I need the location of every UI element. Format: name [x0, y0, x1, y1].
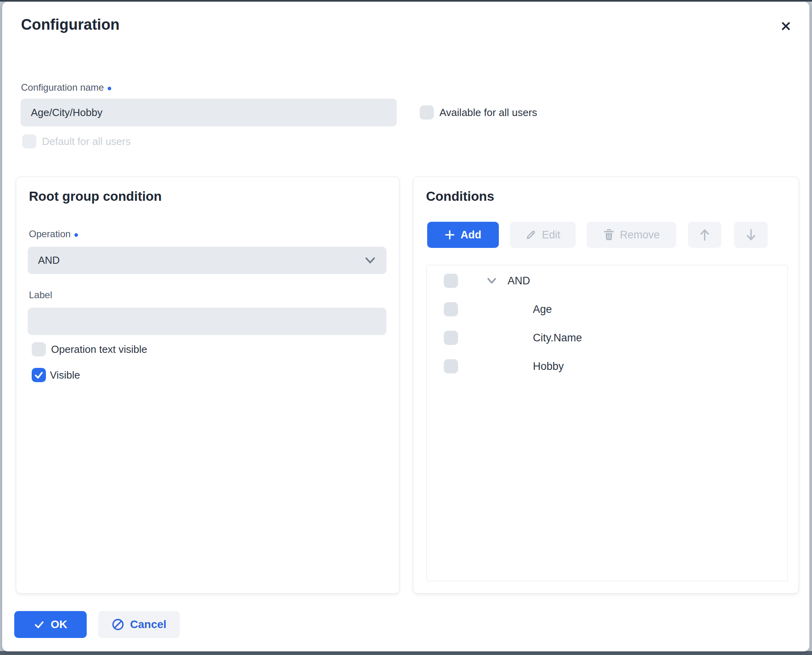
- tree-root-label[interactable]: AND: [508, 274, 530, 288]
- move-down-button[interactable]: [734, 222, 768, 248]
- operation-label-text: Operation: [29, 228, 70, 240]
- add-button-label: Add: [460, 229, 481, 241]
- edit-button-label: Edit: [542, 229, 561, 241]
- tree-item-label[interactable]: Hobby: [533, 359, 564, 373]
- available-for-all-users-label: Available for all users: [439, 105, 537, 120]
- conditions-tree: AND Age City.Name Hobby: [426, 265, 788, 581]
- edit-button[interactable]: Edit: [510, 222, 576, 248]
- default-for-all-users-label: Default for all users: [42, 134, 131, 149]
- remove-button[interactable]: Remove: [587, 222, 676, 248]
- operation-select-value: AND: [28, 254, 60, 267]
- configuration-name-label: Configuration name: [21, 82, 111, 93]
- visible-label: Visible: [50, 368, 80, 382]
- ok-button-label: OK: [51, 618, 67, 631]
- slash-circle-icon: [112, 618, 124, 631]
- arrow-down-icon: [745, 228, 757, 242]
- tree-item-checkbox[interactable]: [444, 331, 458, 345]
- tree-item-label[interactable]: City.Name: [533, 331, 582, 345]
- chevron-down-icon[interactable]: [485, 276, 499, 286]
- operation-label: Operation: [29, 228, 78, 240]
- ok-button[interactable]: OK: [14, 611, 87, 638]
- check-icon: [34, 619, 45, 630]
- configuration-name-input[interactable]: [21, 99, 397, 126]
- required-dot: [108, 87, 111, 90]
- configuration-dialog: Configuration Configuration name Availab…: [2, 2, 810, 651]
- backdrop-bottom-edge: [0, 651, 812, 655]
- close-icon: [780, 21, 791, 32]
- operation-text-visible-checkbox[interactable]: [32, 342, 46, 356]
- label-field-label: Label: [29, 289, 52, 301]
- trash-icon: [603, 229, 614, 241]
- arrow-up-icon: [699, 228, 711, 242]
- tree-item-label[interactable]: Age: [533, 302, 552, 316]
- default-for-all-users-checkbox: [22, 134, 36, 149]
- move-up-button[interactable]: [688, 222, 721, 248]
- remove-button-label: Remove: [620, 229, 660, 241]
- add-button[interactable]: Add: [427, 222, 499, 248]
- configuration-name-label-text: Configuration name: [21, 82, 104, 93]
- operation-select[interactable]: AND: [28, 247, 386, 274]
- dialog-title: Configuration: [21, 16, 120, 33]
- label-field-label-text: Label: [29, 289, 52, 301]
- available-for-all-users-checkbox[interactable]: [420, 105, 434, 120]
- tree-root-checkbox[interactable]: [444, 274, 458, 288]
- tree-item-checkbox[interactable]: [444, 359, 458, 373]
- conditions-title: Conditions: [426, 189, 494, 204]
- root-group-condition-title: Root group condition: [29, 189, 162, 204]
- cancel-button-label: Cancel: [130, 618, 167, 631]
- close-button[interactable]: [779, 19, 793, 33]
- required-dot: [74, 233, 78, 237]
- operation-text-visible-label: Operation text visible: [51, 342, 147, 356]
- visible-checkbox[interactable]: [32, 368, 46, 382]
- pencil-icon: [525, 229, 536, 240]
- chevron-down-icon: [363, 256, 377, 265]
- check-icon: [34, 370, 44, 380]
- plus-icon: [445, 230, 455, 240]
- cancel-button[interactable]: Cancel: [98, 611, 180, 638]
- root-group-condition-card: Root group condition Operation AND Label…: [16, 177, 399, 594]
- tree-item-checkbox[interactable]: [444, 302, 458, 316]
- label-input[interactable]: [28, 308, 386, 335]
- conditions-card: Conditions Add Edit Remove: [413, 177, 799, 594]
